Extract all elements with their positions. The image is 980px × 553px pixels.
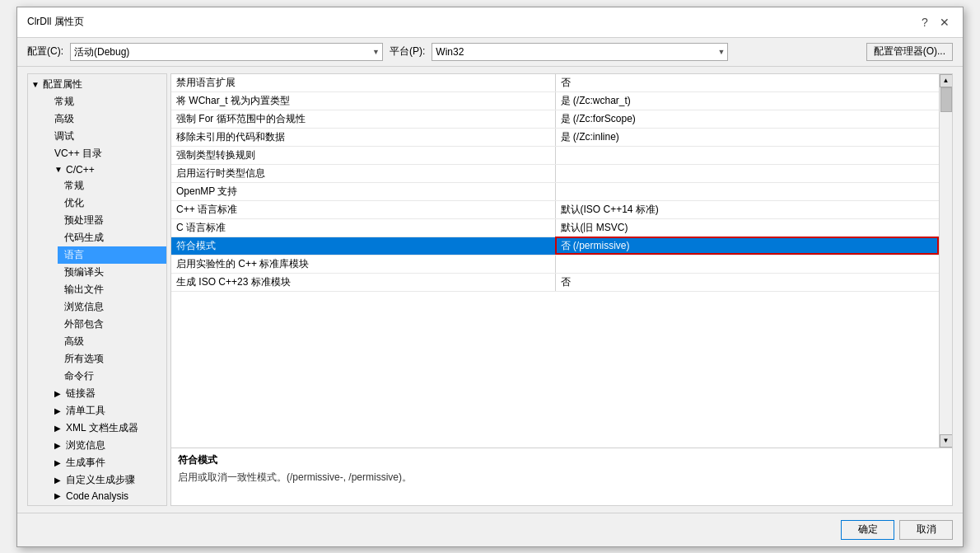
sidebar-item-label: 清单工具 [66, 404, 105, 418]
table-row[interactable]: C 语言标准默认(旧 MSVC) [171, 218, 939, 237]
expand-icon: ▶ [54, 406, 64, 415]
prop-name: 将 WChar_t 视为内置类型 [171, 91, 555, 110]
expand-icon: ▶ [54, 476, 64, 485]
sidebar-item-label: 优化 [64, 196, 84, 210]
platform-label: 平台(P): [390, 45, 425, 59]
sidebar-item-manifest[interactable]: ▶ 清单工具 [48, 402, 166, 419]
sidebar-item-cpp-cmdline[interactable]: 命令行 [58, 368, 166, 385]
scroll-up-button[interactable]: ▲ [940, 74, 953, 87]
config-select[interactable]: 活动(Debug) [70, 43, 383, 61]
table-row[interactable]: 强制类型转换规则 [171, 146, 939, 164]
scrollbar[interactable]: ▲ ▼ [939, 74, 952, 448]
help-button[interactable]: ? [917, 14, 933, 30]
table-row[interactable]: 启用运行时类型信息 [171, 164, 939, 182]
prop-value [555, 182, 939, 200]
table-row[interactable]: 禁用语言扩展否 [171, 74, 939, 92]
prop-value: 否 [555, 74, 939, 92]
sidebar-item-cpp-browse[interactable]: 浏览信息 [58, 298, 166, 316]
description-text: 启用或取消一致性模式。(/permissive-, /permissive)。 [178, 471, 945, 485]
expand-icon: ▶ [54, 424, 64, 433]
scroll-thumb[interactable] [940, 87, 952, 112]
sidebar-item-xml[interactable]: ▶ XML 文档生成器 [48, 419, 166, 437]
properties-panel: 禁用语言扩展否将 WChar_t 视为内置类型是 (/Zc:wchar_t)强制… [170, 73, 953, 506]
sidebar-item-cpp-pch[interactable]: 预编译头 [58, 264, 166, 281]
expand-icon: ▶ [54, 389, 64, 398]
expand-icon: ▶ [54, 458, 64, 467]
prop-value: 默认(旧 MSVC) [555, 218, 939, 237]
sidebar-item-label: 链接器 [66, 387, 96, 401]
sidebar-item-cpp-allopt[interactable]: 所有选项 [58, 350, 166, 368]
prop-value: 是 (/Zc:wchar_t) [555, 91, 939, 110]
cancel-button[interactable]: 取消 [899, 520, 953, 540]
sidebar-item-cpp-general[interactable]: 常规 [58, 177, 166, 194]
sidebar-item-cpp-codegen[interactable]: 代码生成 [58, 229, 166, 246]
close-button[interactable]: ✕ [936, 14, 953, 30]
prop-name: 强制类型转换规则 [171, 146, 555, 164]
prop-name: 强制 For 循环范围中的合规性 [171, 110, 555, 128]
sidebar-item-label: 所有选项 [64, 352, 104, 366]
sidebar-item-label: 预编译头 [64, 265, 104, 279]
sidebar-item-label: 输出文件 [64, 283, 104, 297]
collapse-icon: ▼ [31, 80, 41, 89]
sidebar-item-general[interactable]: 常规 [48, 93, 166, 110]
sidebar-item-cpp-optimize[interactable]: 优化 [58, 194, 166, 212]
sidebar-item-cpp-language[interactable]: 语言 [58, 246, 166, 264]
platform-select[interactable]: Win32 [432, 43, 728, 61]
sidebar-item-label: 常规 [54, 95, 74, 109]
config-manager-button[interactable]: 配置管理器(O)... [866, 43, 953, 61]
sidebar-item-browse[interactable]: ▶ 浏览信息 [48, 437, 166, 454]
platform-select-wrapper: Win32 [432, 43, 728, 61]
ok-button[interactable]: 确定 [841, 520, 894, 540]
prop-name: 生成 ISO C++23 标准模块 [171, 273, 555, 291]
prop-name: 移除未引用的代码和数据 [171, 128, 555, 146]
expand-icon: ▶ [54, 441, 64, 450]
prop-name: OpenMP 支持 [171, 182, 555, 200]
tree-root: ▼ 配置属性 常规 高级 调试 VC++ 目录 ▼ C/C++ 常规 优化 [28, 74, 166, 505]
sidebar-item-label: 高级 [54, 112, 74, 126]
sidebar-item-cpp[interactable]: ▼ C/C++ [48, 162, 166, 177]
sidebar-item-linker[interactable]: ▶ 链接器 [48, 385, 166, 402]
sidebar-item-label: 高级 [64, 335, 84, 349]
description-title: 符合模式 [178, 453, 945, 467]
prop-value: 是 (/Zc:forScope) [555, 110, 939, 128]
sidebar-item-cpp-preprocess[interactable]: 预处理器 [58, 212, 166, 229]
prop-value: 否 [555, 273, 939, 291]
sidebar-item-code-analysis[interactable]: ▶ Code Analysis [48, 489, 166, 504]
table-row[interactable]: 符合模式否 (/permissive) [171, 237, 939, 255]
prop-value [555, 146, 939, 164]
sidebar-item-advanced[interactable]: 高级 [48, 110, 166, 128]
sidebar-item-build-events[interactable]: ▶ 生成事件 [48, 454, 166, 471]
scroll-down-button[interactable]: ▼ [940, 434, 953, 448]
sidebar-item-label: VC++ 目录 [54, 147, 102, 161]
title-bar-buttons: ? ✕ [917, 14, 953, 30]
table-row[interactable]: 移除未引用的代码和数据是 (/Zc:inline) [171, 128, 939, 146]
config-children: 常规 高级 调试 VC++ 目录 ▼ C/C++ 常规 优化 预处理器 代码生成… [28, 93, 166, 504]
sidebar-item-label: 预处理器 [64, 213, 104, 227]
sidebar-item-label: XML 文档生成器 [66, 421, 138, 435]
table-row[interactable]: C++ 语言标准默认(ISO C++14 标准) [171, 200, 939, 218]
prop-value [555, 164, 939, 182]
bottom-bar: 确定 取消 [17, 513, 963, 546]
sidebar-item-cpp-output[interactable]: 输出文件 [58, 281, 166, 298]
toolbar: 配置(C): 活动(Debug) 平台(P): Win32 配置管理器(O)..… [17, 38, 963, 67]
table-row[interactable]: OpenMP 支持 [171, 182, 939, 200]
prop-value: 否 (/permissive) [555, 237, 939, 255]
sidebar-item-vc-dirs[interactable]: VC++ 目录 [48, 145, 166, 162]
prop-name: C 语言标准 [171, 218, 555, 237]
main-content: ▼ 配置属性 常规 高级 调试 VC++ 目录 ▼ C/C++ 常规 优化 [17, 67, 963, 513]
table-row[interactable]: 强制 For 循环范围中的合规性是 (/Zc:forScope) [171, 110, 939, 128]
sidebar-item-config-props[interactable]: ▼ 配置属性 [28, 76, 166, 93]
table-row[interactable]: 启用实验性的 C++ 标准库模块 [171, 255, 939, 273]
collapse-icon: ▼ [54, 165, 64, 174]
scroll-track [940, 87, 952, 434]
table-row[interactable]: 将 WChar_t 视为内置类型是 (/Zc:wchar_t) [171, 91, 939, 110]
sidebar-item-debug[interactable]: 调试 [48, 128, 166, 145]
sidebar-item-label: 自定义生成步骤 [66, 473, 135, 487]
table-row[interactable]: 生成 ISO C++23 标准模块否 [171, 273, 939, 291]
sidebar-item-cpp-external[interactable]: 外部包含 [58, 316, 166, 333]
sidebar-item-label: 语言 [64, 248, 84, 262]
sidebar-item-custom-build[interactable]: ▶ 自定义生成步骤 [48, 471, 166, 489]
sidebar-item-label: 常规 [64, 179, 84, 193]
sidebar-item-cpp-adv[interactable]: 高级 [58, 333, 166, 350]
title-bar: ClrDll 属性页 ? ✕ [17, 7, 963, 38]
